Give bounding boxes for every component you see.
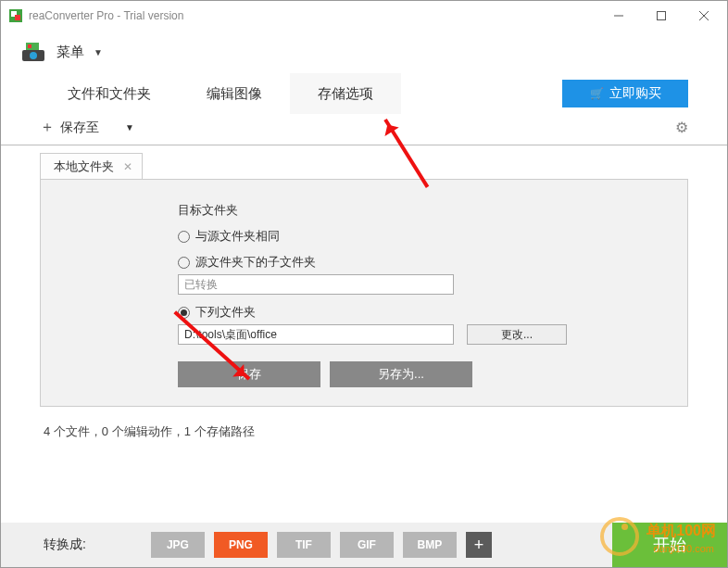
- save-button[interactable]: 保存: [178, 361, 320, 387]
- start-button[interactable]: 开始: [612, 523, 727, 567]
- buy-now-label: 立即购买: [609, 85, 661, 102]
- tab-edit[interactable]: 编辑图像: [179, 73, 290, 114]
- radio-subfolder[interactable]: 源文件夹下的子文件夹: [178, 254, 667, 271]
- tab-save-options[interactable]: 存储选项: [290, 73, 401, 114]
- bottom-bar: 转换成: JPG PNG TIF GIF BMP + 开始: [1, 523, 727, 567]
- save-to-dropdown[interactable]: 保存至: [60, 120, 99, 136]
- status-text: 4 个文件，0 个编辑动作，1 个存储路径: [1, 407, 727, 440]
- format-tif-button[interactable]: TIF: [277, 532, 331, 558]
- radio-following-folder[interactable]: 下列文件夹: [178, 304, 667, 321]
- buy-now-button[interactable]: 🛒 立即购买: [562, 80, 688, 107]
- section-label: 目标文件夹: [178, 202, 667, 219]
- toolbar: ＋ 保存至 ▼ ⚙: [1, 114, 727, 145]
- panel-buttons: 保存 另存为...: [178, 361, 667, 387]
- plus-icon[interactable]: ＋: [40, 118, 55, 137]
- subtab-label: 本地文件夹: [54, 158, 114, 175]
- gear-icon[interactable]: ⚙: [675, 119, 688, 136]
- main-tabs: 文件和文件夹 编辑图像 存储选项 🛒 立即购买: [1, 73, 727, 114]
- format-gif-button[interactable]: GIF: [340, 532, 394, 558]
- menu-label[interactable]: 菜单: [56, 44, 84, 61]
- tab-files[interactable]: 文件和文件夹: [40, 73, 179, 114]
- radio-icon: [178, 257, 190, 269]
- format-png-button[interactable]: PNG: [214, 532, 268, 558]
- format-bmp-button[interactable]: BMP: [403, 532, 457, 558]
- path-row: D:\tools\桌面\office 更改...: [178, 324, 667, 345]
- svg-rect-2: [15, 15, 20, 20]
- radio-label: 下列文件夹: [195, 304, 256, 321]
- app-icon: [8, 8, 23, 23]
- menubar: 菜单 ▼: [1, 31, 727, 73]
- destination-panel: 目标文件夹 与源文件夹相同 源文件夹下的子文件夹 已转换 下列文件夹 D:\to…: [40, 179, 688, 407]
- window-title: reaConverter Pro - Trial version: [29, 9, 597, 22]
- titlebar: reaConverter Pro - Trial version: [1, 1, 727, 31]
- chevron-down-icon[interactable]: ▼: [94, 47, 103, 57]
- radio-label: 源文件夹下的子文件夹: [195, 254, 316, 271]
- chevron-down-icon[interactable]: ▼: [125, 122, 134, 133]
- format-jpg-button[interactable]: JPG: [151, 532, 205, 558]
- destination-path-input[interactable]: D:\tools\桌面\office: [178, 324, 454, 345]
- subtab-local-folder[interactable]: 本地文件夹 ✕: [40, 153, 143, 179]
- convert-to-label: 转换成:: [44, 536, 86, 553]
- save-as-button[interactable]: 另存为...: [330, 361, 472, 387]
- radio-icon: [178, 231, 190, 243]
- subfolder-input[interactable]: 已转换: [178, 274, 454, 295]
- cart-icon: 🛒: [590, 87, 604, 100]
- svg-rect-4: [658, 12, 666, 20]
- close-button[interactable]: [683, 1, 725, 31]
- svg-point-8: [30, 52, 37, 59]
- change-button[interactable]: 更改...: [467, 324, 567, 345]
- radio-label: 与源文件夹相同: [195, 228, 280, 245]
- minimize-button[interactable]: [597, 1, 640, 31]
- subtab-row: 本地文件夹 ✕: [1, 151, 727, 179]
- radio-icon: [178, 307, 190, 319]
- close-icon[interactable]: ✕: [123, 160, 132, 173]
- app-logo-icon: [19, 39, 47, 65]
- app-window: reaConverter Pro - Trial version 菜单 ▼ 文件…: [0, 0, 728, 568]
- radio-same-as-source[interactable]: 与源文件夹相同: [178, 228, 667, 245]
- svg-rect-10: [28, 44, 31, 48]
- maximize-button[interactable]: [640, 1, 683, 31]
- add-format-button[interactable]: +: [466, 532, 492, 558]
